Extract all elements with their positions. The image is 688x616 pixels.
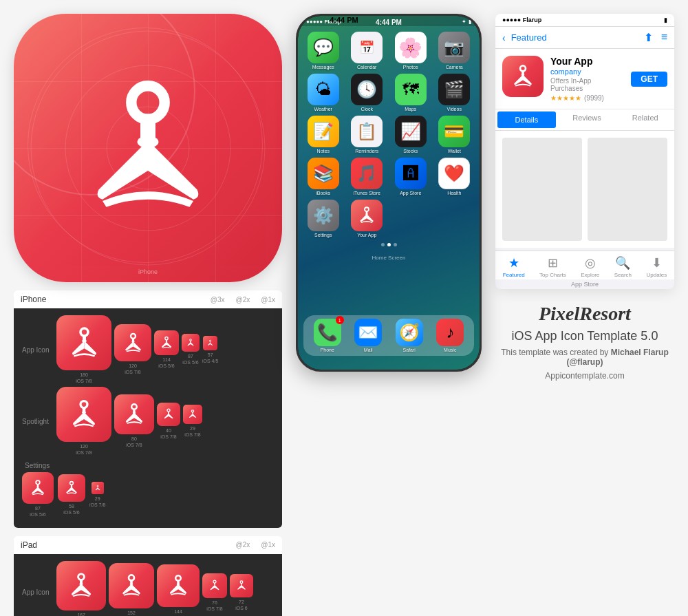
phone-dock-mail-icon: ✉️ <box>354 319 382 346</box>
appstore-label-text: App Store <box>495 279 674 289</box>
featured-link[interactable]: Featured <box>511 32 547 43</box>
phone-app-messages[interactable]: 💬 Messages <box>303 32 343 70</box>
svg-point-42 <box>129 575 134 580</box>
bottom-tab-featured[interactable]: ★ Featured <box>503 255 525 278</box>
back-arrow-icon[interactable]: ‹ <box>502 32 506 43</box>
videos-icon: 🎬 <box>438 74 470 105</box>
left-column: iPhone iPhone @3x @2x @1x App Icon <box>14 14 282 616</box>
phone-dock-mail[interactable]: ✉️ Mail <box>354 319 382 352</box>
settings-box-29 <box>92 482 104 494</box>
settings-icon-58: 58iOS 5/6 <box>58 474 85 516</box>
svg-rect-51 <box>241 583 242 585</box>
phone-dock-phone-label: Phone <box>321 348 334 352</box>
videos-label: Videos <box>447 107 462 111</box>
ipad-label: iPad <box>21 540 37 550</box>
phone-dock-safari-icon: 🧭 <box>396 319 423 346</box>
iphone-icons-container: App Icon 180iOS 7/8 120iOS 7/8 <box>14 308 282 528</box>
spotlight-box-40 <box>157 403 180 426</box>
wallet-label: Wallet <box>448 149 461 153</box>
ipad-appicon-label: App Icon <box>19 588 54 596</box>
app-tabs: Details Reviews Related <box>495 109 674 131</box>
phone-app-clock[interactable]: 🕓 Clock <box>347 74 387 111</box>
tab-related[interactable]: Related <box>616 109 674 130</box>
svg-point-6 <box>80 328 88 336</box>
share-icon[interactable]: ⬆ <box>644 31 653 44</box>
phone-app-maps[interactable]: 🗺 Maps <box>391 74 431 111</box>
phone-app-wallet[interactable]: 💳 Wallet <box>435 116 475 153</box>
tab-details[interactable]: Details <box>497 111 556 128</box>
svg-rect-30 <box>192 412 193 414</box>
svg-point-15 <box>190 339 192 341</box>
settings-box-58 <box>58 474 85 502</box>
itunes-label: iTunes Store <box>354 191 380 195</box>
bottom-tab-explore[interactable]: ◎ Explore <box>581 255 599 278</box>
spotlight-box-120 <box>56 387 111 442</box>
phone-app-stocks[interactable]: 📈 Stocks <box>391 116 431 153</box>
app-company[interactable]: company <box>550 67 624 76</box>
svg-point-31 <box>36 480 40 485</box>
svg-point-5 <box>138 136 159 148</box>
icon-box-120 <box>114 324 151 361</box>
list-icon[interactable]: ≡ <box>661 31 667 44</box>
phone-app-reminders[interactable]: 📋 Reminders <box>347 116 387 153</box>
phone-app-yourapp[interactable]: Your App <box>347 200 387 237</box>
dot-2 <box>387 243 391 246</box>
phone-app-itunes[interactable]: 🎵 iTunes Store <box>347 158 387 195</box>
svg-point-8 <box>82 339 87 342</box>
phone-app-camera[interactable]: 📷 Camera <box>435 32 475 70</box>
svg-point-3 <box>131 86 164 119</box>
phone-app-photos[interactable]: 🌸 Photos <box>391 32 431 70</box>
get-button[interactable]: GET <box>631 72 667 87</box>
yourapp-label: Your App <box>357 233 376 237</box>
scale-3x: @3x <box>211 296 225 304</box>
featured-tab-label: Featured <box>503 272 525 278</box>
phone-app-ibooks[interactable]: 📚 iBooks <box>303 158 343 195</box>
svg-point-20 <box>80 401 87 408</box>
topcharts-tab-label: Top Charts <box>539 272 566 278</box>
stocks-label: Stocks <box>403 149 418 153</box>
iphone-spotlight-row: Spotlight 120iOS 7/8 80iOS 7/8 <box>19 385 277 457</box>
phone-app-health[interactable]: ❤️ Health <box>435 158 475 195</box>
phone-screen: ●●●●● Flarup 4:44 PM ✦ ▮ 💬 Messages <box>298 16 480 370</box>
svg-rect-4 <box>140 114 155 141</box>
appstore-status-bar: ●●●●● Flarup 4:44 PM ▮ <box>495 14 674 27</box>
svg-point-36 <box>71 487 73 488</box>
phone-dock-safari[interactable]: 🧭 Safari <box>396 319 423 352</box>
ipad-icon-144: 144iOS 6/8 <box>157 564 200 616</box>
phone-dock-mail-label: Mail <box>364 348 373 352</box>
phone-time: 4:44 PM <box>376 19 402 26</box>
bottom-tab-updates[interactable]: ⬇ Updates <box>646 255 667 278</box>
messages-label: Messages <box>312 65 334 70</box>
svg-point-2 <box>107 107 189 189</box>
template-title: iOS App Icon Template 5.0 <box>512 329 658 343</box>
phone-dock-music-label: Music <box>444 348 456 352</box>
phone-dock-music[interactable]: ♪ Music <box>436 319 464 352</box>
iphone-settings-row: 87iOS 5/6 58iOS 5/6 29iOS 7/8 <box>19 471 277 522</box>
phone-status-icons: ✦ ▮ <box>462 19 471 25</box>
phone-app-settings[interactable]: ⚙️ Settings <box>303 200 343 237</box>
bottom-tab-topcharts[interactable]: ⊞ Top Charts <box>539 255 566 278</box>
bottom-tab-search[interactable]: 🔍 Search <box>614 255 632 278</box>
phone-app-appstore[interactable]: 🅰 App Store <box>391 158 431 195</box>
clock-icon: 🕓 <box>351 74 383 105</box>
tab-reviews[interactable]: Reviews <box>558 109 616 130</box>
wallet-icon: 💳 <box>438 116 470 147</box>
phone-app-calendar[interactable]: 📅 Calendar <box>347 32 387 70</box>
svg-point-67 <box>365 207 369 211</box>
settings-label: Settings <box>314 233 332 237</box>
icon-box-114 <box>154 330 179 355</box>
icon-item-114: 114iOS 5/6 <box>154 330 179 369</box>
svg-point-11 <box>131 341 134 342</box>
phone-app-weather[interactable]: 🌤 Weather <box>303 74 343 111</box>
phone-app-videos[interactable]: 🎬 Videos <box>435 74 475 111</box>
screenshots-row <box>495 131 674 248</box>
reminders-label: Reminders <box>355 149 378 153</box>
phone-app-notes[interactable]: 📝 Notes <box>303 116 343 153</box>
app-rating-row: ★★★★★ (9999) <box>550 94 624 102</box>
phone-dock-phone[interactable]: 📞 1 Phone <box>314 319 341 352</box>
scale-labels: @3x @2x @1x <box>211 296 275 304</box>
phone-mockup: ●●●●● Flarup 4:44 PM ✦ ▮ 💬 Messages <box>296 14 482 372</box>
rating-count: (9999) <box>584 94 604 102</box>
settings-label-container: Settings <box>19 457 277 471</box>
notes-label: Notes <box>317 149 330 153</box>
